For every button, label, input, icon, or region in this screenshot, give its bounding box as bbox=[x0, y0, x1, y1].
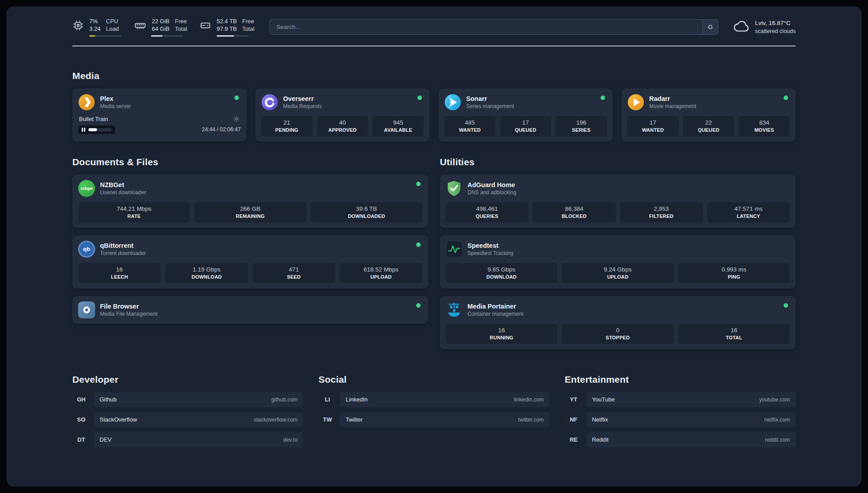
overseerr-icon bbox=[261, 94, 278, 111]
service-card-sonarr[interactable]: Sonarr Series management 485 WANTED 17 Q… bbox=[438, 88, 613, 142]
disk-icon bbox=[200, 20, 211, 31]
stat-upload: 618.52 Mbps UPLOAD bbox=[340, 263, 422, 283]
service-description: Torrent downloader bbox=[100, 250, 416, 256]
service-card-nzbget[interactable]: nzbget NZBGet Usenet downloader 744.21 M… bbox=[72, 175, 428, 228]
search-provider-button[interactable]: G bbox=[702, 19, 718, 35]
stat-value: 196 bbox=[557, 119, 605, 126]
stat-value: 266 GB bbox=[196, 205, 304, 212]
service-description: Speedtest Tracking bbox=[467, 250, 790, 256]
service-name: Radarr bbox=[649, 95, 784, 102]
stat-label: QUEUED bbox=[502, 127, 550, 133]
section-title-social: Social bbox=[318, 374, 549, 385]
weather-location: Lviv, 16.87°C bbox=[755, 19, 796, 27]
bookmark-twitter[interactable]: TW Twitter twitter.com bbox=[318, 412, 549, 427]
playback-progress[interactable] bbox=[88, 128, 112, 131]
stat-queued: 22 QUEUED bbox=[683, 116, 734, 136]
stat-value: 471 bbox=[255, 266, 334, 273]
stat-label: AVAILABLE bbox=[374, 127, 422, 133]
stat-ping: 0.993 ms PING bbox=[678, 263, 790, 283]
portainer-icon bbox=[446, 301, 463, 318]
status-dot bbox=[416, 182, 421, 186]
stat-queries: 498,461 QUERIES bbox=[446, 202, 528, 222]
bookmark-url: twitter.com bbox=[518, 417, 543, 423]
status-dot bbox=[784, 96, 788, 100]
bookmark-abbr: SO bbox=[72, 412, 90, 427]
stat-series: 196 SERIES bbox=[555, 116, 607, 136]
disk-usage-bar bbox=[217, 35, 249, 37]
bookmark-url: dev.to bbox=[284, 437, 298, 443]
memory-label-1: Free bbox=[175, 18, 187, 25]
status-dot bbox=[417, 96, 422, 100]
stat-wanted: 17 WANTED bbox=[627, 116, 679, 136]
stat-label: UPLOAD bbox=[342, 274, 421, 280]
bookmark-netflix[interactable]: NF Netflix netflix.com bbox=[565, 412, 796, 427]
stat-remaining: 266 GB REMAINING bbox=[194, 202, 306, 222]
bookmark-abbr: LI bbox=[318, 392, 336, 407]
service-description: DNS and adblocking bbox=[467, 189, 790, 196]
bookmark-abbr: NF bbox=[565, 412, 583, 427]
disk-widget: 52.4 TB 97.9 TB Free Total bbox=[200, 18, 255, 37]
stat-value: 16 bbox=[80, 266, 159, 273]
service-name: Sonarr bbox=[466, 95, 601, 102]
header-divider bbox=[72, 46, 796, 46]
stat-value: 17 bbox=[629, 119, 677, 126]
service-card-portainer[interactable]: Media Portainer Container management 16 … bbox=[440, 296, 796, 349]
service-card-radarr[interactable]: Radarr Movie management 17 WANTED 22 QUE… bbox=[622, 88, 796, 142]
stat-approved: 40 APPROVED bbox=[317, 116, 368, 136]
gear-icon[interactable] bbox=[233, 116, 240, 122]
bookmark-abbr: GH bbox=[72, 392, 90, 407]
service-card-speedtest[interactable]: Speedtest Speedtest Tracking 9.65 Gbps D… bbox=[440, 235, 796, 288]
bookmark-url: youtube.com bbox=[759, 397, 790, 403]
stat-label: LEECH bbox=[80, 274, 159, 280]
section-title-developer: Developer bbox=[72, 374, 303, 385]
cpu-widget: 7% 3.24 CPU Load bbox=[72, 18, 121, 37]
bookmark-dev[interactable]: DT DEV dev.to bbox=[72, 432, 303, 447]
section-title-entertainment: Entertainment bbox=[565, 374, 796, 385]
service-card-overseerr[interactable]: Overseerr Media Requests 21 PENDING 40 A… bbox=[255, 88, 430, 142]
stat-rate: 744.21 Mbps RATE bbox=[78, 202, 190, 222]
bookmark-name: YouTube bbox=[592, 396, 615, 403]
stat-label: DOWNLOAD bbox=[447, 274, 555, 280]
stat-label: SERIES bbox=[557, 127, 605, 133]
stat-label: RUNNING bbox=[447, 335, 555, 340]
pause-icon[interactable] bbox=[82, 128, 85, 132]
bookmark-youtube[interactable]: YT YouTube youtube.com bbox=[565, 392, 796, 407]
bookmark-abbr: YT bbox=[565, 392, 583, 407]
bookmark-reddit[interactable]: RE Reddit reddit.com bbox=[565, 432, 796, 447]
status-dot bbox=[416, 242, 421, 247]
bookmark-name: Github bbox=[100, 396, 117, 403]
stat-value: 485 bbox=[446, 119, 494, 126]
bookmark-group-social: Social LI LinkedIn linkedin.com TW Twitt… bbox=[318, 374, 549, 447]
section-title-utilities: Utilities bbox=[440, 157, 796, 167]
service-card-qbittorrent[interactable]: qb qBittorrent Torrent downloader 16 bbox=[72, 235, 428, 288]
media-grid: Plex Media server Bullet Train bbox=[72, 88, 796, 142]
bookmark-abbr: TW bbox=[318, 412, 336, 427]
qbittorrent-icon: qb bbox=[78, 241, 95, 258]
bookmark-name: Reddit bbox=[592, 436, 609, 443]
stat-download: 1.19 Gbps DOWNLOAD bbox=[165, 263, 248, 283]
bookmark-url: reddit.com bbox=[765, 437, 790, 443]
stat-latency: 47.571 ms LATENCY bbox=[707, 202, 790, 222]
status-dot bbox=[416, 303, 421, 308]
bookmark-url: github.com bbox=[271, 397, 298, 403]
service-name: NZBGet bbox=[100, 181, 416, 188]
bookmark-github[interactable]: GH Github github.com bbox=[72, 392, 303, 407]
search-box: G bbox=[270, 19, 718, 35]
stat-label: PENDING bbox=[263, 127, 311, 133]
sonarr-icon bbox=[444, 94, 461, 111]
stat-stopped: 0 STOPPED bbox=[562, 324, 673, 344]
service-card-plex[interactable]: Plex Media server Bullet Train bbox=[72, 88, 246, 142]
stat-value: 0 bbox=[563, 327, 672, 334]
stat-value: 2,953 bbox=[622, 205, 701, 212]
service-card-filebrowser[interactable]: File Browser Media File Management bbox=[72, 296, 428, 324]
stat-value: 39.6 TB bbox=[313, 205, 421, 212]
bookmark-linkedin[interactable]: LI LinkedIn linkedin.com bbox=[318, 392, 549, 407]
bookmark-stackoverflow[interactable]: SO StackOverflow stackoverflow.com bbox=[72, 412, 303, 427]
stat-available: 945 AVAILABLE bbox=[372, 116, 424, 136]
stat-label: BLOCKED bbox=[534, 213, 613, 219]
search-input[interactable] bbox=[270, 19, 702, 35]
service-card-adguard[interactable]: AdGuard Home DNS and adblocking 498,461 … bbox=[440, 175, 796, 228]
bookmark-name: Netflix bbox=[592, 416, 608, 423]
stat-label: STOPPED bbox=[563, 335, 672, 340]
bookmark-url: stackoverflow.com bbox=[254, 417, 297, 423]
